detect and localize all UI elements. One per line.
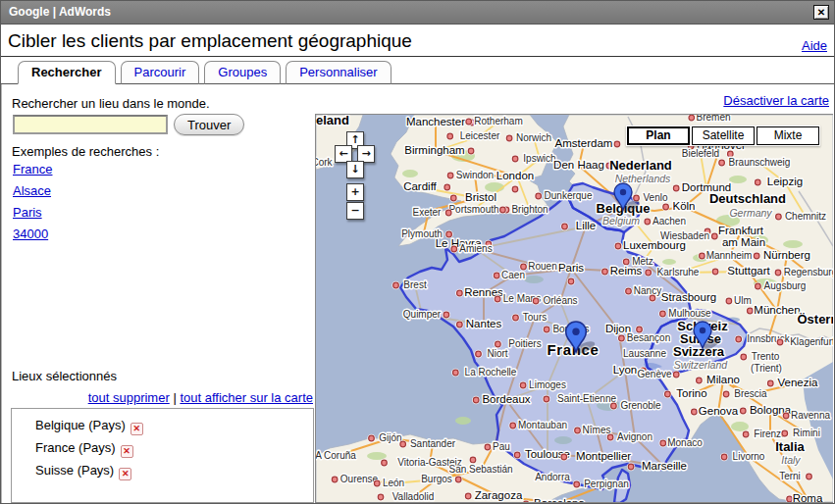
map-label-city: San Sebastián <box>448 464 512 475</box>
map-label-city: Monaco <box>667 437 703 448</box>
map-label-city: Andorra <box>535 472 570 482</box>
city-dot <box>393 282 399 288</box>
city-dot <box>332 477 338 482</box>
map-label-city: Norwich <box>516 132 551 143</box>
map-label-city: Torino <box>676 387 706 399</box>
map-label-country: Nederland <box>609 158 672 173</box>
map-canvas[interactable]: ManchesterRotherhamLeicesterNorwichBirmi… <box>315 114 833 503</box>
show-all-on-map-link[interactable]: tout afficher sur la carte <box>180 390 313 405</box>
map-type-plan[interactable]: Plan <box>627 126 690 145</box>
map-label-city: Klagenfurt <box>790 336 833 347</box>
search-row: Trouver <box>13 114 244 135</box>
adwords-location-dialog: Google | AdWords ✕ Cibler les clients pa… <box>0 0 835 504</box>
map-svg: ManchesterRotherhamLeicesterNorwichBirmi… <box>316 115 833 503</box>
map-label-city: London <box>496 170 534 181</box>
city-dot <box>533 298 539 304</box>
map-label-city: Genova <box>699 405 739 417</box>
city-dot <box>496 341 501 347</box>
map-label-city: A Coruña <box>316 450 356 461</box>
city-dot <box>645 219 651 225</box>
city-dot <box>378 494 384 500</box>
city-dot <box>660 311 666 317</box>
city-dot <box>736 336 742 342</box>
page-title: Cibler les clients par emplacement géogr… <box>1 25 834 52</box>
city-dot <box>450 195 456 201</box>
city-dot <box>673 372 679 378</box>
city-dot <box>634 195 640 201</box>
selected-location-label: Suisse (Pays) <box>35 463 114 478</box>
tab-bar: RechercherParcourirGroupesPersonnaliser <box>1 57 834 84</box>
map-label-country: eland <box>316 115 349 127</box>
map-label-city: Marseille <box>642 460 687 472</box>
city-dot <box>523 501 529 503</box>
map-label-city: Nîmes <box>583 425 611 435</box>
city-dot <box>444 312 449 318</box>
tab-groupes[interactable]: Groupes <box>204 61 281 84</box>
help-link[interactable]: Aide <box>802 38 827 53</box>
city-dot <box>466 119 472 125</box>
city-dot <box>807 474 812 479</box>
selected-location-label: France (Pays) <box>35 440 116 455</box>
example-link-34000[interactable]: 34000 <box>13 227 48 241</box>
map-type-satellite[interactable]: Satellite <box>692 126 755 145</box>
city-dot <box>611 403 617 409</box>
map-label-city: Trento <box>752 351 780 362</box>
city-dot <box>719 160 725 166</box>
city-dot <box>697 378 703 383</box>
zoom-out-button[interactable]: − <box>346 202 364 220</box>
city-dot <box>673 185 679 191</box>
city-dot <box>660 440 666 446</box>
map-label-city: Strasbourg <box>661 291 716 303</box>
map-label-city: Burgos <box>421 474 452 484</box>
zoom-in-button[interactable]: + <box>346 183 364 201</box>
map-label-city: Manchester <box>406 116 465 127</box>
close-button[interactable]: ✕ <box>813 5 829 20</box>
map-label-city: Zaragoza <box>475 489 523 501</box>
selected-actions: tout supprimer | tout afficher sur la ca… <box>2 390 313 405</box>
map-label-city: Ipswich <box>523 153 555 164</box>
map-label-city: Brest <box>403 279 427 290</box>
remove-location-button[interactable]: ✕ <box>121 445 133 458</box>
city-dot <box>447 173 453 178</box>
map-label-city: Tours <box>523 312 547 323</box>
tab-personnaliser[interactable]: Personnaliser <box>286 61 391 84</box>
search-instruction: Rechercher un lieu dans le monde. <box>12 96 210 111</box>
map-label-city: Regensburg <box>784 267 833 277</box>
city-dot <box>506 135 512 141</box>
map-label-city: Mulhouse <box>668 308 711 319</box>
map-label-city: Quimper <box>403 309 442 320</box>
map-label-city: Nürnberg <box>763 249 810 261</box>
city-dot <box>457 322 463 328</box>
location-search-input[interactable] <box>13 115 168 134</box>
delete-all-link[interactable]: tout supprimer <box>88 390 170 405</box>
map-type-mixte[interactable]: Mixte <box>757 126 819 145</box>
tab-rechercher[interactable]: Rechercher <box>18 61 116 84</box>
map-label-city: Portsmouth <box>448 204 498 215</box>
city-dot <box>777 339 783 345</box>
city-dot <box>665 391 671 397</box>
map-label-city: Brighton <box>511 204 548 215</box>
example-link-alsace[interactable]: Alsace <box>13 183 51 198</box>
map-label-city: Rouen <box>528 261 556 272</box>
example-link-france[interactable]: France <box>13 162 52 176</box>
selected-heading: Lieux sélectionnés <box>12 369 117 383</box>
city-dot <box>476 351 482 357</box>
city-dot <box>692 409 698 415</box>
pan-down-button[interactable]: ↓ <box>346 161 364 178</box>
example-link-paris[interactable]: Paris <box>13 205 42 220</box>
map-label-city: Avignon <box>617 431 652 442</box>
map-label-city: Lausanne <box>623 348 666 359</box>
map-label-city: León <box>383 478 404 488</box>
city-dot <box>512 156 518 162</box>
city-dot <box>743 431 749 437</box>
find-button[interactable]: Trouver <box>174 114 244 135</box>
tab-parcourir[interactable]: Parcourir <box>121 61 200 84</box>
disable-map-link[interactable]: Désactiver la carte <box>723 93 829 108</box>
map-label-city: Bristol <box>465 191 496 203</box>
remove-location-button[interactable]: ✕ <box>119 468 131 480</box>
remove-location-button[interactable]: ✕ <box>130 423 143 435</box>
city-dot <box>767 380 773 386</box>
map-label-city: Lille <box>576 220 596 231</box>
city-dot <box>740 408 746 414</box>
selected-location-row: Suisse (Pays)✕ <box>35 459 313 481</box>
